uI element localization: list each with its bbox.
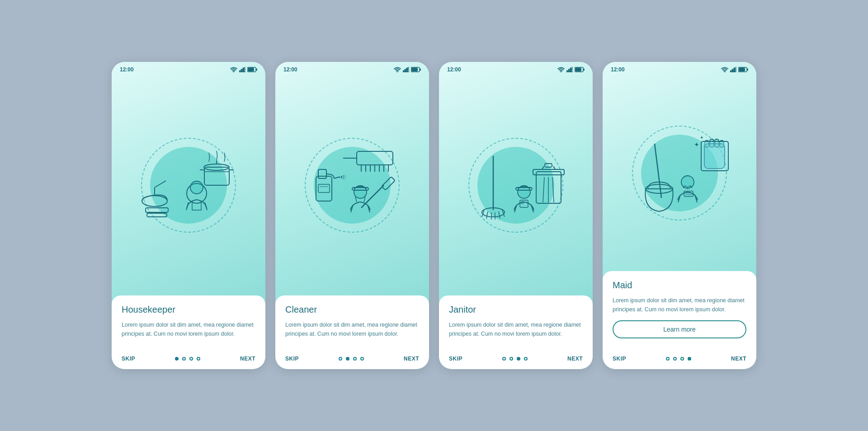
housekeeper-illustration [130, 126, 247, 244]
status-time: 12:00 [120, 66, 134, 73]
svg-rect-53 [568, 69, 570, 72]
svg-rect-7 [248, 68, 254, 71]
next-button[interactable]: NEXT [731, 356, 746, 362]
phone-screen-maid: 12:00 [603, 62, 756, 369]
content-area: Housekeeper Lorem ipsum dolor sit dim am… [112, 295, 265, 351]
screen-title: Housekeeper [122, 305, 255, 315]
svg-rect-85 [747, 69, 748, 70]
svg-rect-55 [572, 67, 573, 72]
next-button[interactable]: NEXT [567, 356, 583, 362]
skip-button[interactable]: SKIP [613, 356, 626, 362]
signal-icon [403, 67, 409, 72]
janitor-illustration [457, 126, 575, 244]
content-area: Janitor Lorem ipsum dolor sit dim amet, … [439, 295, 593, 351]
screen-title: Cleaner [285, 305, 419, 315]
status-icons [230, 67, 257, 72]
nav-bar: SKIP NEXT [275, 351, 429, 369]
skip-button[interactable]: SKIP [122, 356, 135, 362]
status-bar: 12:00 [275, 62, 429, 75]
svg-rect-4 [245, 67, 245, 72]
svg-rect-71 [545, 164, 552, 167]
signal-icon [566, 67, 573, 72]
battery-icon [411, 67, 421, 72]
wifi-icon [557, 67, 565, 72]
svg-rect-3 [243, 68, 244, 72]
svg-line-65 [499, 211, 500, 219]
illustration-area-janitor [439, 75, 593, 295]
svg-rect-94 [701, 141, 728, 171]
svg-rect-82 [734, 68, 735, 72]
dot-3[interactable] [353, 357, 357, 361]
signal-icon [730, 67, 736, 72]
dot-2[interactable] [673, 357, 677, 361]
svg-rect-83 [736, 67, 736, 72]
dot-4[interactable] [688, 357, 691, 361]
svg-text:✦: ✦ [694, 141, 699, 148]
svg-point-97 [681, 176, 694, 188]
svg-rect-81 [732, 69, 733, 72]
svg-rect-39 [318, 169, 326, 178]
svg-rect-28 [412, 68, 418, 71]
svg-rect-86 [739, 68, 745, 71]
battery-icon [247, 67, 257, 72]
learn-more-button[interactable]: Learn more [613, 320, 746, 338]
svg-line-70 [553, 166, 555, 169]
svg-rect-6 [256, 69, 257, 70]
svg-rect-12 [147, 213, 167, 217]
maid-illustration: ✦ ✦ [621, 114, 738, 232]
svg-rect-54 [570, 68, 571, 72]
next-button[interactable]: NEXT [404, 356, 419, 362]
dot-2[interactable] [182, 357, 186, 361]
svg-rect-43 [318, 184, 330, 192]
content-area: Maid Lorem ipsum dolor sit dim amet, mea… [603, 271, 756, 351]
svg-point-0 [233, 71, 234, 72]
svg-point-79 [724, 71, 725, 72]
svg-line-69 [542, 166, 544, 169]
svg-rect-52 [566, 70, 568, 72]
status-time: 12:00 [283, 66, 297, 73]
dot-4[interactable] [360, 357, 364, 361]
svg-rect-2 [241, 69, 242, 72]
dot-1[interactable] [339, 357, 342, 361]
screen-desc: Lorem ipsum dolor sit dim amet, mea regi… [613, 296, 746, 314]
svg-rect-1 [239, 70, 241, 72]
next-button[interactable]: NEXT [240, 356, 255, 362]
dot-3[interactable] [517, 357, 520, 361]
status-bar: 12:00 [439, 62, 593, 75]
svg-rect-11 [146, 208, 168, 212]
screen-desc: Lorem ipsum dolor sit dim amet, mea regi… [449, 320, 583, 338]
wifi-icon [721, 67, 728, 72]
status-icons [721, 67, 748, 72]
svg-point-21 [397, 71, 398, 72]
status-icons [557, 67, 585, 72]
dot-4[interactable] [524, 357, 528, 361]
nav-dots [175, 357, 200, 361]
svg-line-72 [543, 177, 544, 202]
status-time: 12:00 [447, 66, 461, 73]
dot-3[interactable] [189, 357, 193, 361]
dot-1[interactable] [666, 357, 670, 361]
svg-line-62 [486, 211, 488, 219]
dot-2[interactable] [509, 357, 513, 361]
dot-3[interactable] [680, 357, 684, 361]
skip-button[interactable]: SKIP [449, 356, 462, 362]
dot-1[interactable] [175, 357, 179, 361]
battery-icon [575, 67, 585, 72]
dot-2[interactable] [346, 357, 349, 361]
screen-desc: Lorem ipsum dolor sit dim amet, mea regi… [122, 320, 255, 338]
status-bar: 12:00 [603, 62, 756, 75]
svg-point-51 [561, 71, 561, 72]
svg-line-87 [655, 144, 661, 198]
nav-dots [339, 357, 364, 361]
dot-1[interactable] [502, 357, 506, 361]
dot-4[interactable] [197, 357, 200, 361]
svg-text:✦: ✦ [700, 135, 703, 140]
illustration-area-housekeeper [112, 75, 265, 295]
skip-button[interactable]: SKIP [285, 356, 299, 362]
svg-rect-27 [420, 69, 421, 70]
svg-line-74 [552, 177, 554, 202]
svg-rect-24 [406, 68, 408, 72]
signal-icon [239, 67, 245, 72]
nav-dots [502, 357, 528, 361]
nav-dots [666, 357, 691, 361]
